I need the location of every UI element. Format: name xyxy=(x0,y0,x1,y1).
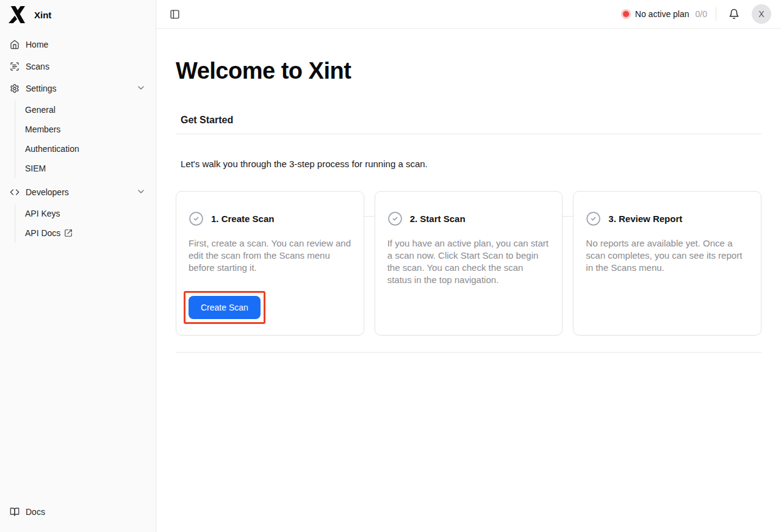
page-content: Welcome to Xint Get Started Let's walk y… xyxy=(156,29,781,353)
step-connector-line xyxy=(364,216,375,217)
step-title-row: 2. Start Scan xyxy=(387,211,550,226)
sidebar-item-settings[interactable]: Settings xyxy=(7,78,148,99)
sidebar-item-docs[interactable]: Docs xyxy=(7,501,148,522)
sub-item-label: SIEM xyxy=(25,164,46,173)
topbar-divider xyxy=(716,7,716,21)
circle-check-icon xyxy=(586,211,601,226)
sidebar-nav: Home Scans Settings General Members Auth… xyxy=(0,29,156,246)
book-open-icon xyxy=(10,507,20,517)
scan-text-icon xyxy=(10,62,20,71)
circle-check-icon xyxy=(387,211,403,226)
sidebar-item-label: Settings xyxy=(26,84,57,93)
sidebar-item-label: Developers xyxy=(26,187,69,197)
sidebar-item-siem[interactable]: SIEM xyxy=(15,159,148,178)
sub-item-label: General xyxy=(25,105,56,115)
sidebar-item-authentication[interactable]: Authentication xyxy=(15,139,148,159)
intro-text: Let's walk you through the 3-step proces… xyxy=(181,159,757,169)
sub-item-label: Members xyxy=(25,124,60,134)
panel-left-icon xyxy=(170,9,180,20)
sidebar-item-developers[interactable]: Developers xyxy=(7,182,148,203)
app-title: Xint xyxy=(34,10,51,20)
sidebar-item-label: Docs xyxy=(26,507,45,517)
home-icon xyxy=(10,40,20,49)
step-connector-line xyxy=(563,216,573,217)
sub-item-label: API Docs xyxy=(25,228,60,238)
sidebar: Xint Home Scans Settings General Members… xyxy=(0,0,156,532)
sidebar-item-label: Home xyxy=(26,40,48,49)
chevron-down-icon xyxy=(136,83,146,95)
sidebar-toggle-button[interactable] xyxy=(166,5,183,23)
create-scan-button-wrapper: Create Scan xyxy=(189,296,261,319)
sidebar-footer: Docs xyxy=(0,501,156,532)
sidebar-item-home[interactable]: Home xyxy=(7,34,148,55)
section-divider xyxy=(176,134,761,134)
xint-logo-icon xyxy=(7,5,27,24)
bottom-divider xyxy=(176,352,761,353)
settings-sub-list: General Members Authentication SIEM xyxy=(15,100,148,178)
step-title-row: 3. Review Report xyxy=(586,211,749,226)
sidebar-item-general[interactable]: General xyxy=(15,100,148,120)
step-title: 2. Start Scan xyxy=(410,214,466,224)
user-avatar[interactable]: X xyxy=(752,4,771,24)
step-description: If you have an active plan, you can star… xyxy=(387,237,550,286)
section-title: Get Started xyxy=(176,115,761,126)
sidebar-spacer xyxy=(0,246,156,501)
steps-row: 1. Create Scan First, create a scan. You… xyxy=(176,191,761,336)
external-link-icon xyxy=(64,229,73,237)
plan-status-label: No active plan xyxy=(635,9,689,19)
step-card-start-scan: 2. Start Scan If you have an active plan… xyxy=(375,191,563,336)
code-icon xyxy=(10,187,20,197)
create-scan-button[interactable]: Create Scan xyxy=(189,296,261,319)
step-title: 1. Create Scan xyxy=(211,214,274,224)
sidebar-item-label: Scans xyxy=(26,62,49,71)
logo-row[interactable]: Xint xyxy=(0,0,156,29)
gear-icon xyxy=(10,84,20,93)
plan-status-badge[interactable]: No active plan 0/0 xyxy=(623,9,707,19)
plan-count: 0/0 xyxy=(696,9,707,19)
sidebar-item-api-docs[interactable]: API Docs xyxy=(15,223,148,243)
developers-sub-list: API Keys API Docs xyxy=(15,204,148,243)
sub-item-label: Authentication xyxy=(25,144,79,154)
app-root: Xint Home Scans Settings General Members… xyxy=(0,0,781,532)
sub-item-label: API Keys xyxy=(25,209,60,218)
step-title: 3. Review Report xyxy=(608,214,682,224)
circle-check-icon xyxy=(189,211,204,226)
step-card-review-report: 3. Review Report No reports are availabl… xyxy=(573,191,761,336)
step-description: First, create a scan. You can review and… xyxy=(189,237,351,274)
status-dot-icon xyxy=(623,11,629,17)
sidebar-item-scans[interactable]: Scans xyxy=(7,56,148,77)
main-area: No active plan 0/0 X Welcome to Xint Get… xyxy=(156,0,781,532)
step-title-row: 1. Create Scan xyxy=(189,211,351,226)
sidebar-item-api-keys[interactable]: API Keys xyxy=(15,204,148,223)
chevron-down-icon xyxy=(136,187,146,198)
sidebar-item-members[interactable]: Members xyxy=(15,120,148,139)
page-title: Welcome to Xint xyxy=(176,58,761,84)
bell-icon xyxy=(729,9,740,20)
topbar-right: No active plan 0/0 X xyxy=(623,4,771,24)
step-card-create-scan: 1. Create Scan First, create a scan. You… xyxy=(176,191,364,336)
notifications-button[interactable] xyxy=(725,5,743,23)
step-description: No reports are available yet. Once a sca… xyxy=(586,237,749,274)
topbar: No active plan 0/0 X xyxy=(156,0,781,29)
